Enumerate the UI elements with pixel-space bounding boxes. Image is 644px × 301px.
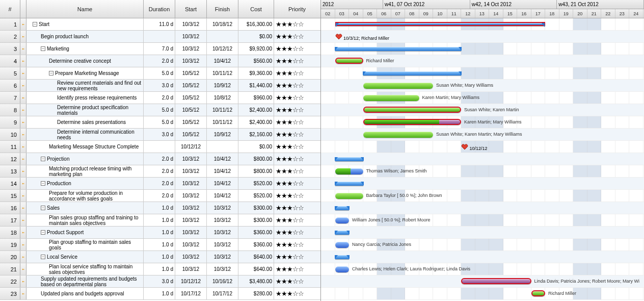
gantt-bar[interactable] [531,290,546,296]
priority-cell[interactable]: ★★★☆☆ [274,80,320,91]
start-cell[interactable]: 10/17/12 [175,288,207,299]
start-cell[interactable]: 10/5/12 [175,104,207,116]
task-name-cell[interactable]: −Product Support [26,227,144,238]
outline-toggle[interactable]: − [41,206,45,210]
finish-cell[interactable]: 10/12/12 [207,43,238,55]
gantt-row[interactable]: Susan White; Mary Williams [321,80,644,92]
start-cell[interactable]: 10/12/12 [175,275,207,287]
table-row[interactable]: 5 −Prepare Marketing Message 5.0 d 10/5/… [0,67,320,80]
task-name-cell[interactable]: −Sales [26,202,144,214]
table-row[interactable]: 3 −Marketing 7.0 d 10/3/12 10/12/12 $9,9… [0,43,320,55]
start-cell[interactable]: 10/3/12 [175,251,207,263]
table-row[interactable]: 22 Supply updated requirements and budge… [0,275,320,288]
col-header-cost[interactable]: Cost [238,0,274,18]
priority-cell[interactable]: ★★★☆☆ [274,67,320,79]
row-number[interactable]: 13 [0,165,20,177]
gantt-bar[interactable] [363,71,462,76]
start-cell[interactable]: 10/3/12 [175,55,207,67]
cost-cell[interactable]: $16,300.00 [238,18,274,30]
table-row[interactable]: 14 −Production 2.0 d 10/3/12 10/4/12 $52… [0,178,320,190]
outline-toggle[interactable]: − [49,71,53,76]
gantt-bar[interactable] [363,119,462,125]
start-cell[interactable]: 10/5/12 [175,129,207,140]
col-header-finish[interactable]: Finish [207,0,238,18]
finish-cell[interactable]: 10/3/12 [207,251,238,263]
task-name-cell[interactable]: −Local Service [26,251,144,263]
row-number[interactable]: 23 [0,288,20,299]
duration-cell[interactable]: 2.0 d [144,178,175,189]
row-number[interactable]: 9 [0,116,20,128]
table-row[interactable]: 6 Review current materials and find out … [0,80,320,92]
table-row[interactable]: 16 −Sales 1.0 d 10/3/12 10/3/12 $300.00 … [0,202,320,214]
finish-cell[interactable]: 10/4/12 [207,165,238,177]
finish-cell[interactable]: 10/4/12 [207,153,238,165]
start-cell[interactable]: 10/3/12 [175,263,207,275]
gantt-row[interactable]: 10/12/12 [321,141,644,153]
gantt-row[interactable]: Linda Davis; Patricia Jones; Robert Moor… [321,275,644,288]
priority-cell[interactable]: ★★★☆☆ [274,129,320,140]
table-row[interactable]: 7 Identify press release requirements 2.… [0,92,320,104]
duration-cell[interactable]: 11.0 d [144,18,175,30]
finish-cell[interactable]: 10/3/12 [207,227,238,238]
row-link-icon[interactable] [20,214,26,226]
gantt-row[interactable] [321,227,644,239]
row-link-icon[interactable] [20,153,26,165]
start-cell[interactable]: 10/3/12 [175,31,207,42]
duration-cell[interactable]: 5.0 d [144,67,175,79]
duration-cell[interactable]: 7.0 d [144,43,175,55]
gantt-bar[interactable] [335,193,363,199]
row-number[interactable]: 16 [0,202,20,214]
task-name-cell[interactable]: Plan sales group staffing and training t… [26,214,144,226]
duration-cell[interactable]: 3.0 d [144,275,175,287]
table-row[interactable]: 11 Marketing Message Structure Complete … [0,141,320,153]
row-number[interactable]: 10 [0,129,20,140]
start-cell[interactable]: 10/3/12 [175,227,207,238]
gantt-row[interactable]: Barbara Taylor [ 50.0 %]; John Brown [321,190,644,202]
priority-cell[interactable]: ★★★☆☆ [274,55,320,67]
gantt-row[interactable]: Richard Miller [321,288,644,300]
row-number[interactable]: 18 [0,227,20,238]
finish-cell[interactable]: 10/18/12 [207,18,238,30]
outline-toggle[interactable]: − [33,22,37,27]
gantt-bar[interactable] [335,231,350,235]
gantt-bar[interactable] [363,132,434,138]
task-name-cell[interactable]: −Prepare Marketing Message [26,67,144,79]
row-link-icon[interactable] [20,165,26,177]
col-header-priority[interactable]: Priority [274,0,320,18]
start-cell[interactable]: 10/5/12 [175,67,207,79]
task-name-cell[interactable]: Plan group staffing to maintain sales go… [26,239,144,250]
finish-cell[interactable]: 10/3/12 [207,202,238,214]
priority-cell[interactable]: ★★★☆☆ [274,202,320,214]
duration-cell[interactable]: 1.0 d [144,202,175,214]
priority-cell[interactable]: ★★★☆☆ [274,263,320,275]
priority-cell[interactable]: ★★★☆☆ [274,288,320,299]
task-name-cell[interactable]: Identify press release requirements [26,92,144,104]
cost-cell[interactable]: $520.00 [238,178,274,189]
row-number[interactable]: 15 [0,190,20,202]
row-number[interactable]: 1 [0,18,20,30]
row-number[interactable]: 17 [0,214,20,226]
task-name-cell[interactable]: −Projection [26,153,144,165]
table-row[interactable]: 2 Begin product launch 10/3/12 $0.00 ★★★… [0,31,320,43]
finish-cell[interactable]: 10/4/12 [207,190,238,202]
gantt-row[interactable]: Charles Lewis; Helen Clark; Laura Rodrig… [321,263,644,275]
row-link-icon[interactable] [20,80,26,91]
task-name-cell[interactable]: Supply updated requirements and budgets … [26,275,144,287]
table-row[interactable]: 19 Plan group staffing to maintain sales… [0,239,320,251]
priority-cell[interactable]: ★★★☆☆ [274,153,320,165]
row-link-icon[interactable] [20,178,26,189]
row-link-icon[interactable] [20,31,26,42]
duration-cell[interactable]: 1.0 d [144,251,175,263]
duration-cell[interactable]: 2.0 d [144,92,175,104]
row-number[interactable]: 4 [0,55,20,67]
row-link-icon[interactable] [20,43,26,55]
gantt-row[interactable] [321,67,644,80]
finish-cell[interactable]: 10/9/12 [207,129,238,140]
finish-cell[interactable]: 10/11/12 [207,116,238,128]
row-link-icon[interactable] [20,288,26,299]
table-row[interactable]: 8 Determine product specification materi… [0,104,320,116]
finish-cell[interactable]: 10/8/12 [207,92,238,104]
outline-toggle[interactable]: − [41,230,45,235]
task-name-cell[interactable]: Determine internal communication needs [26,129,144,140]
finish-cell[interactable]: 10/11/12 [207,67,238,79]
